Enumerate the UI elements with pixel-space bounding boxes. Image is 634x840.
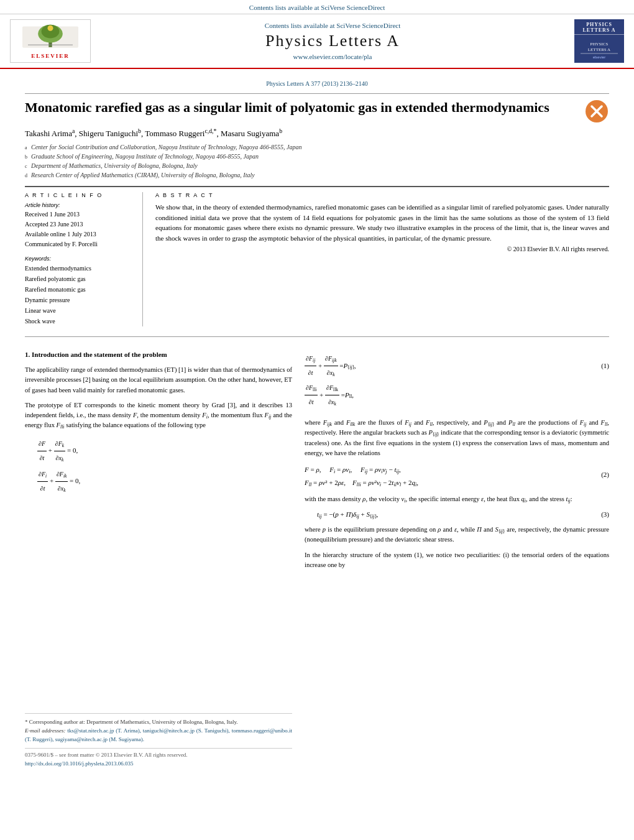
keyword-1: Extended thermodynamics: [25, 263, 134, 274]
authors: Takashi Arimaa, Shigeru Taniguchib, Tomm…: [25, 129, 609, 139]
affil-b: Graduate School of Engineering, Nagoya I…: [31, 152, 259, 161]
footer-bottom: 0375-9601/$ – see front matter © 2013 El…: [25, 748, 292, 768]
article-info-abstract: A R T I C L E I N F O Article history: R…: [25, 192, 609, 326]
right-col: ∂Fij ∂t + ∂Fijk ∂xk = P⟨ij⟩,: [305, 349, 609, 768]
copyright: © 2013 Elsevier B.V. All rights reserved…: [155, 246, 609, 252]
accepted-date: Accepted 23 June 2013: [25, 219, 134, 229]
article-info-col: A R T I C L E I N F O Article history: R…: [25, 192, 143, 326]
svg-text:PHYSICS: PHYSICS: [590, 42, 609, 47]
equation-block-1: ∂Fij ∂t + ∂Fijk ∂xk = P⟨ij⟩,: [305, 352, 609, 409]
crossmark-icon[interactable]: [584, 99, 609, 124]
eq-number-3: (3): [590, 509, 609, 520]
history-label: Article history:: [25, 202, 134, 208]
keywords-label: Keywords:: [25, 256, 134, 262]
section1-title: 1. Introduction and the statement of the…: [25, 349, 292, 360]
keywords-section: Keywords: Extended thermodynamics Rarefi…: [25, 256, 134, 326]
para2: The prototype of ET corresponds to the k…: [25, 400, 292, 431]
journal-url[interactable]: www.elsevier.com/locate/pla: [103, 53, 562, 60]
email-label: E-mail addresses:: [25, 727, 66, 734]
article-info-heading: A R T I C L E I N F O: [25, 192, 134, 198]
equations-left: ∂F ∂t + ∂Fk ∂xk = 0,: [37, 437, 292, 496]
equation-block-3: tij = −(p + Π)δij + S⟨ij⟩, (3): [305, 509, 609, 520]
abstract-text: We show that, in the theory of extended …: [155, 202, 609, 243]
available-date: Available online 1 July 2013: [25, 229, 134, 239]
journal-header: ELSEVIER Contents lists available at Sci…: [0, 14, 634, 69]
keyword-5: Linear wave: [25, 305, 134, 316]
right-para-1: where Fijk and Fllk are the fluxes of Fi…: [305, 418, 609, 458]
sciverse-link[interactable]: Contents lists available at SciVerse Sci…: [103, 22, 562, 29]
pla-logo-title: PHYSICS LETTERS A: [574, 22, 624, 35]
abstract-heading: A B S T R A C T: [155, 192, 609, 198]
body-columns: 1. Introduction and the statement of the…: [25, 349, 609, 768]
abstract-col: A B S T R A C T We show that, in the the…: [155, 192, 609, 326]
eq-number-1: (1): [590, 352, 609, 371]
affil-d: Research Center of Applied Mathematics (…: [31, 170, 255, 180]
right-para-2: with the mass density ρ, the velocity vi…: [305, 494, 609, 504]
page: Contents lists available at SciVerse Sci…: [0, 0, 634, 840]
left-col: 1. Introduction and the statement of the…: [25, 349, 292, 768]
journal-title: Physics Letters A: [103, 32, 562, 50]
journal-logo-right: PHYSICS LETTERS A PHYSICS LETTERS A else…: [574, 19, 624, 63]
right-para-4: In the hierarchy structure of the system…: [305, 550, 609, 571]
para1: The applicability range of extended ther…: [25, 365, 292, 395]
affil-c: Department of Mathematics, University of…: [31, 161, 198, 170]
top-bar: Contents lists available at SciVerse Sci…: [0, 0, 634, 14]
contents-link[interactable]: Contents lists available at SciVerse Sci…: [249, 4, 385, 11]
elsevier-wordmark: ELSEVIER: [31, 53, 70, 59]
footer-issn: 0375-9601/$ – see front matter © 2013 El…: [25, 751, 292, 760]
journal-center: Contents lists available at SciVerse Sci…: [91, 22, 574, 60]
svg-text:LETTERS A: LETTERS A: [588, 47, 610, 52]
affiliations: aCenter for Social Contribution and Coll…: [25, 142, 609, 180]
keyword-6: Shock wave: [25, 316, 134, 326]
keywords-list: Extended thermodynamics Rarefied polyato…: [25, 263, 134, 326]
communicated-by: Communicated by F. Porcelli: [25, 239, 134, 249]
received-date: Received 1 June 2013: [25, 210, 134, 219]
paper-title: Monatomic rarefied gas as a singular lim…: [25, 99, 578, 117]
equation-block-2: F = ρ, Fi = ρvi, Fij = ρvivj − tij, Fll …: [305, 463, 609, 489]
footer-doi[interactable]: http://dx.doi.org/10.1016/j.physleta.201…: [25, 760, 292, 768]
footnote-star: * Corresponding author at: Department of…: [25, 718, 292, 726]
footnote-emails: E-mail addresses: tks@stat.nitech.ac.jp …: [25, 726, 292, 744]
right-para-3: where p is the equilibrium pressure depe…: [305, 525, 609, 545]
keyword-4: Dynamic pressure: [25, 295, 134, 305]
footnotes: * Corresponding author at: Department of…: [25, 713, 292, 744]
main-content: Physics Letters A 377 (2013) 2136–2140 M…: [0, 69, 634, 775]
paper-title-section: Monatomic rarefied gas as a singular lim…: [25, 99, 609, 124]
svg-text:elsevier: elsevier: [593, 55, 606, 59]
eq-number-2: (2): [590, 463, 609, 480]
elsevier-logo: ELSEVIER: [10, 19, 91, 63]
volume-info: Physics Letters A 377 (2013) 2136–2140: [25, 80, 609, 87]
keyword-3: Rarefied monatomic gas: [25, 284, 134, 295]
affil-a: Center for Social Contribution and Colla…: [31, 142, 301, 152]
keyword-2: Rarefied polyatomic gas: [25, 274, 134, 284]
svg-point-4: [48, 25, 53, 30]
